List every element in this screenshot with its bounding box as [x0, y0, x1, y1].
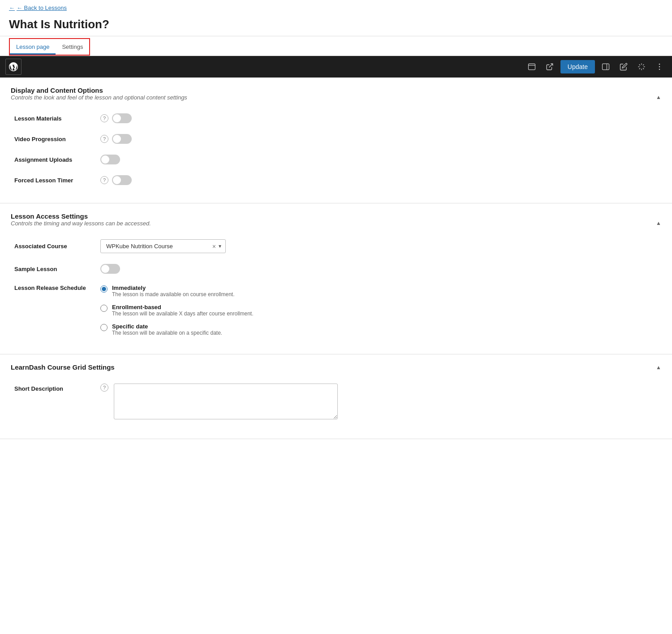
release-schedule-label: Lesson Release Schedule — [14, 285, 95, 291]
external-link-icon[interactable] — [543, 60, 557, 74]
lesson-materials-toggle[interactable] — [112, 113, 132, 123]
short-description-row: Short Description ? — [11, 378, 661, 426]
short-description-label: Short Description — [14, 384, 95, 392]
page-title: What Is Nutrition? — [0, 16, 672, 36]
short-description-textarea[interactable] — [114, 384, 338, 419]
video-progression-help-icon[interactable]: ? — [100, 135, 108, 143]
svg-line-8 — [643, 68, 644, 69]
view-icon[interactable] — [525, 60, 539, 74]
radio-immediately: Immediately The lesson is made available… — [100, 285, 254, 298]
svg-line-2 — [549, 64, 552, 67]
release-schedule-options: Immediately The lesson is made available… — [100, 285, 254, 336]
release-schedule-row: Lesson Release Schedule Immediately The … — [11, 279, 661, 341]
display-section-subtitle: Controls the look and feel of the lesson… — [11, 94, 187, 101]
sample-lesson-row: Sample Lesson — [11, 259, 661, 279]
access-section: Lesson Access Settings Controls the timi… — [0, 203, 672, 354]
svg-point-13 — [659, 64, 660, 65]
radio-immediately-input[interactable] — [100, 285, 108, 293]
display-section-title: Display and Content Options — [11, 86, 187, 94]
svg-rect-0 — [528, 64, 535, 69]
video-progression-row: Video Progression ? — [11, 129, 661, 149]
forced-lesson-timer-help-icon[interactable]: ? — [100, 176, 108, 184]
back-to-lessons-link[interactable]: ← ← Back to Lessons — [0, 0, 672, 16]
radio-enrollment-text: Enrollment-based — [112, 304, 254, 311]
sample-lesson-label: Sample Lesson — [14, 266, 95, 272]
associated-course-select[interactable]: WPKube Nutrition Course — [100, 239, 226, 253]
radio-immediately-text: Immediately — [112, 285, 234, 291]
assignment-uploads-label: Assignment Uploads — [14, 156, 95, 163]
edit-icon[interactable] — [616, 60, 631, 74]
lesson-materials-label: Lesson Materials — [14, 115, 95, 122]
access-section-subtitle: Controls the timing and way lessons can … — [11, 220, 151, 227]
svg-rect-3 — [603, 64, 609, 69]
radio-specific-date-text: Specific date — [112, 323, 222, 330]
display-section: Display and Content Options Controls the… — [0, 78, 672, 203]
radio-specific-date-input[interactable] — [100, 324, 108, 331]
back-label: ← Back to Lessons — [17, 4, 67, 11]
radio-enrollment-based: Enrollment-based The lesson will be avai… — [100, 304, 254, 317]
tabs-highlight-box: Lesson page Settings — [9, 38, 90, 56]
radio-immediately-desc: The lesson is made available on course e… — [112, 291, 234, 298]
forced-lesson-timer-label: Forced Lesson Timer — [14, 177, 95, 184]
svg-point-15 — [659, 69, 660, 70]
tabs-bar: Lesson page Settings — [0, 36, 672, 56]
sample-lesson-toggle[interactable] — [100, 264, 120, 274]
assignment-uploads-row: Assignment Uploads — [11, 149, 661, 170]
radio-specific-date: Specific date The lesson will be availab… — [100, 323, 254, 336]
grid-section: LearnDash Course Grid Settings ▲ Short D… — [0, 354, 672, 439]
radio-enrollment-desc: The lesson will be available X days afte… — [112, 311, 254, 317]
display-section-collapse[interactable]: ▲ — [656, 94, 661, 100]
more-options-icon[interactable] — [652, 60, 667, 74]
lesson-materials-row: Lesson Materials ? — [11, 108, 661, 129]
toolbar-actions: Update — [525, 60, 667, 74]
short-description-help-icon[interactable]: ? — [100, 384, 108, 392]
associated-course-row: Associated Course WPKube Nutrition Cours… — [11, 234, 661, 259]
grid-section-collapse[interactable]: ▲ — [656, 364, 661, 371]
tab-settings[interactable]: Settings — [56, 39, 89, 55]
svg-line-11 — [639, 68, 640, 69]
wp-logo — [5, 59, 22, 75]
video-progression-label: Video Progression — [14, 136, 95, 142]
associated-course-label: Associated Course — [14, 239, 95, 250]
update-button[interactable]: Update — [560, 60, 595, 73]
assignment-uploads-toggle[interactable] — [100, 155, 120, 164]
access-section-title: Lesson Access Settings — [11, 212, 151, 220]
svg-line-7 — [639, 65, 640, 65]
tab-lesson-page[interactable]: Lesson page — [10, 39, 56, 55]
forced-lesson-timer-row: Forced Lesson Timer ? — [11, 170, 661, 190]
editor-toolbar: Update — [0, 56, 672, 78]
forced-lesson-timer-toggle[interactable] — [112, 175, 132, 185]
back-arrow-icon: ← — [9, 4, 15, 11]
course-select-clear-icon[interactable]: × — [212, 243, 216, 250]
sidebar-toggle-icon[interactable] — [599, 60, 613, 74]
grid-section-title: LearnDash Course Grid Settings — [11, 363, 115, 371]
main-content: Display and Content Options Controls the… — [0, 78, 672, 439]
tools-icon[interactable] — [634, 60, 649, 74]
lesson-materials-help-icon[interactable]: ? — [100, 114, 108, 122]
radio-specific-date-desc: The lesson will be available on a specif… — [112, 330, 222, 336]
radio-enrollment-input[interactable] — [100, 305, 108, 312]
associated-course-select-wrapper: WPKube Nutrition Course × ▼ — [100, 239, 226, 253]
svg-line-12 — [643, 65, 644, 65]
access-section-collapse[interactable]: ▲ — [656, 220, 661, 226]
svg-point-14 — [659, 66, 660, 68]
video-progression-toggle[interactable] — [112, 134, 132, 144]
